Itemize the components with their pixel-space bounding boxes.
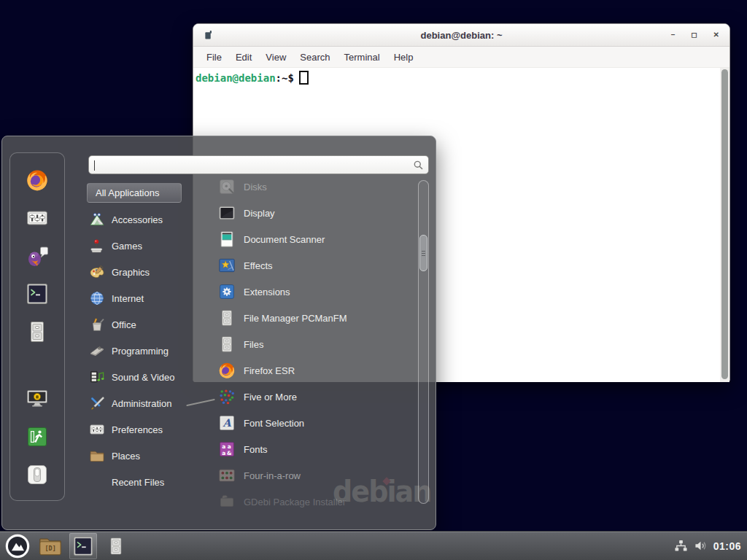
terminal-scrollbar-thumb[interactable] [721, 69, 728, 379]
taskbar-tray: 01:06 [674, 532, 747, 560]
svg-text:a: a [222, 450, 225, 456]
app-four-in-a-row[interactable]: Four-in-a-row [209, 462, 418, 489]
app-document-scanner[interactable]: Document Scanner [209, 226, 418, 252]
terminal-menu-view[interactable]: View [259, 52, 293, 63]
app-label: Firefox ESR [244, 365, 295, 376]
category-games[interactable]: Games [87, 233, 209, 259]
favorite-file-manager[interactable] [25, 320, 50, 343]
terminal-scrollbar[interactable] [720, 68, 729, 382]
games-icon [89, 238, 105, 254]
terminal-title: debian@debian: ~ [193, 30, 729, 41]
search-icon [413, 160, 424, 171]
search-input[interactable] [89, 156, 428, 174]
taskbar-desktop-folder-button[interactable]: [D] [36, 533, 64, 559]
terminal-dark-icon [72, 535, 94, 557]
app-label: GDebi Package Installer [244, 497, 346, 508]
tray-icons [674, 540, 708, 552]
app-files[interactable]: Files [209, 331, 418, 357]
network-icon[interactable] [674, 540, 688, 552]
menu-scrollbar[interactable] [418, 180, 429, 504]
app-display[interactable]: Display [209, 200, 418, 226]
window-controls: –◻✕ [671, 24, 719, 46]
category-label: Programming [112, 346, 169, 357]
extensions-icon [218, 283, 236, 300]
maximize-button[interactable]: ◻ [691, 31, 697, 39]
app-fonts[interactable]: aaa&Fonts [209, 436, 418, 462]
app-label: Four-in-a-row [244, 470, 301, 481]
taskbar-launchers: [D] [0, 532, 130, 560]
terminal-menu-edit[interactable]: Edit [229, 52, 259, 63]
places-icon [89, 448, 105, 464]
file-cabinet-icon [26, 320, 49, 343]
category-all-applications[interactable]: All Applications [87, 183, 182, 203]
svg-text:A: A [222, 417, 231, 429]
app-label: Document Scanner [244, 234, 325, 245]
terminal-prompt-line: debian@debian:~$ [193, 68, 729, 85]
firefox-icon [218, 362, 236, 379]
category-accessories[interactable]: Accessories [87, 206, 209, 233]
close-button[interactable]: ✕ [713, 31, 719, 39]
app-label: Effects [244, 260, 273, 271]
menu-logo-icon [5, 534, 30, 559]
favorite-firefox[interactable] [25, 168, 50, 192]
app-label: Font Selection [244, 418, 304, 429]
favorite-preferences[interactable] [25, 206, 50, 230]
category-internet[interactable]: Internet [87, 285, 209, 311]
favorite-terminal[interactable] [25, 282, 50, 306]
app-font-selection[interactable]: AFont Selection [209, 410, 418, 436]
minimize-button[interactable]: – [671, 31, 676, 39]
terminal-menu-terminal[interactable]: Terminal [338, 52, 387, 63]
category-sound-video[interactable]: Sound & Video [87, 364, 209, 390]
taskbar-files-button[interactable] [102, 533, 130, 559]
taskbar-terminal-button[interactable] [69, 533, 97, 559]
sliders-icon [89, 421, 105, 438]
terminal-menu-search[interactable]: Search [293, 52, 337, 63]
category-graphics[interactable]: Graphics [87, 259, 209, 285]
search-box [88, 155, 429, 174]
favorite-pidgin-messenger[interactable] [25, 244, 50, 268]
disks-icon [218, 178, 236, 195]
text-caret [94, 160, 95, 171]
app-effects[interactable]: Effects [209, 252, 418, 279]
app-extensions[interactable]: Extensions [209, 279, 418, 305]
fonts-icon: aaa& [218, 440, 236, 458]
app-disks[interactable]: Disks [209, 174, 418, 200]
category-programming[interactable]: Programming [87, 338, 209, 364]
category-label: Graphics [112, 267, 150, 278]
app-file-manager-pcmanfm[interactable]: File Manager PCManFM [209, 305, 418, 331]
terminal-menubar: FileEditViewSearchTerminalHelp [193, 47, 729, 68]
terminal-titlebar[interactable]: debian@debian: ~ –◻✕ [193, 24, 729, 47]
sound-video-icon [89, 369, 105, 385]
app-five-or-more[interactable]: Five or More [209, 384, 418, 410]
accessories-icon [89, 211, 105, 228]
volume-icon[interactable] [694, 540, 708, 552]
app-firefox-esr[interactable]: Firefox ESR [209, 357, 418, 384]
terminal-menu-help[interactable]: Help [387, 52, 421, 63]
taskbar-menu-button[interactable] [4, 533, 31, 559]
internet-icon [89, 290, 105, 306]
menu-scrollbar-thumb[interactable] [419, 235, 427, 271]
category-office[interactable]: Office [87, 311, 209, 338]
logout-icon [26, 425, 49, 448]
graphics-icon [89, 264, 105, 280]
firefox-icon [26, 168, 49, 192]
category-places[interactable]: Places [87, 443, 209, 469]
app-gdebi-package-installer[interactable]: GDebi Package Installer [209, 489, 418, 515]
favorite-lock-screen[interactable] [25, 387, 50, 411]
app-label: Display [244, 208, 275, 219]
taskbar-clock[interactable]: 01:06 [713, 540, 741, 552]
desktop: debian debian@debian: ~ –◻✕ FileEditView… [0, 0, 747, 560]
category-recent-files[interactable]: Recent Files [87, 469, 209, 495]
sliders-icon [26, 206, 49, 230]
category-label: Office [112, 319, 136, 330]
power-icon [26, 463, 49, 486]
category-preferences[interactable]: Preferences [87, 416, 209, 443]
terminal-menu-file[interactable]: File [200, 52, 229, 63]
app-label: Files [244, 339, 263, 350]
category-list: All ApplicationsAccessoriesGamesGraphics… [87, 183, 209, 495]
desktop-folder-icon: [D] [39, 535, 62, 556]
lock-screen-icon [26, 387, 49, 411]
prompt-suffix: :~$ [276, 71, 294, 85]
favorite-shut-down[interactable] [25, 463, 50, 486]
favorite-log-out[interactable] [25, 425, 50, 448]
